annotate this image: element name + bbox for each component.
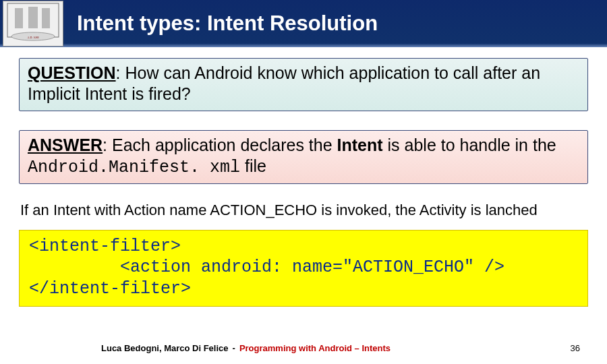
answer-text-3: file: [240, 156, 266, 175]
title-types: types:: [140, 11, 201, 35]
footer-authors: Luca Bedogni, Marco Di Felice: [101, 343, 229, 353]
slide-content: QUESTION: How can Android know which app…: [0, 54, 607, 307]
title-prefix: Intent: [77, 11, 140, 35]
footer-course: Programming with Android – Intents: [239, 343, 391, 353]
explanation-text: If an Intent with Action name ACTION_ECH…: [19, 202, 588, 219]
seal-icon: A.D. 1088: [5, 1, 61, 43]
slide-header: A.D. 1088 Intent types: Intent Resolutio…: [0, 0, 607, 47]
title-suffix: Intent Resolution: [201, 11, 378, 35]
svg-rect-3: [42, 8, 50, 28]
code-snippet: <intent-filter> <action android: name="A…: [19, 230, 588, 307]
code-line-3: </intent-filter>: [29, 279, 191, 299]
code-line-1: <intent-filter>: [29, 237, 181, 256]
answer-text-2: is able to handle in the: [383, 135, 556, 154]
page-number: 36: [571, 343, 580, 353]
svg-text:A.D. 1088: A.D. 1088: [28, 36, 39, 39]
answer-label: ANSWER: [28, 135, 103, 154]
slide-footer: Luca Bedogni, Marco Di Felice - Programm…: [0, 343, 607, 353]
svg-rect-1: [15, 8, 23, 28]
code-line-2: <action android: name="ACTION_ECHO" />: [29, 257, 504, 277]
question-label: QUESTION: [28, 63, 116, 82]
answer-bold: Intent: [337, 135, 383, 154]
slide-title: Intent types: Intent Resolution: [77, 11, 378, 36]
answer-text-1: : Each application declares the: [103, 135, 337, 154]
question-box: QUESTION: How can Android know which app…: [19, 58, 588, 111]
answer-box: ANSWER: Each application declares the In…: [19, 130, 588, 185]
footer-dash: -: [233, 343, 235, 353]
footer-left: Luca Bedogni, Marco Di Felice - Programm…: [101, 343, 391, 353]
university-seal-logo: A.D. 1088: [3, 1, 63, 47]
svg-rect-2: [28, 7, 38, 28]
answer-code-word: Android.Manifest. xml: [28, 158, 240, 177]
